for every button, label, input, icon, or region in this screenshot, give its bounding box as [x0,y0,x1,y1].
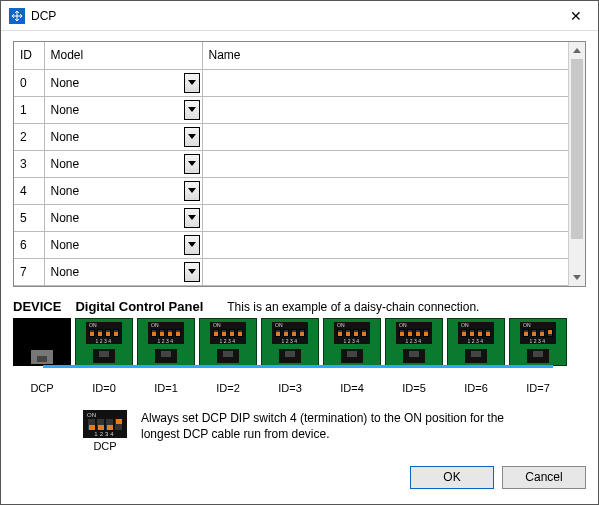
table-row: 7 None [14,258,585,285]
table-row: 5 None [14,204,585,231]
panel-id-label: ID=3 [261,382,319,394]
chevron-down-icon[interactable] [184,100,200,120]
dip-switch-icon: ON1234 [396,322,432,344]
model-value: None [51,130,80,144]
cell-id: 7 [14,258,44,285]
model-value: None [51,76,80,90]
chain-labels: DCP ID=0 ID=1 ID=2 ID=3 ID=4 ID=5 ID=6 I… [13,382,586,394]
dip-switch-icon: ON1234 [334,322,370,344]
dcp-panel: ON1234 [137,318,195,366]
table-row: 2 None [14,123,585,150]
cell-model-dropdown[interactable]: None [44,150,202,177]
cell-id: 0 [14,69,44,96]
scroll-thumb[interactable] [571,59,583,239]
cell-model-dropdown[interactable]: None [44,231,202,258]
cell-model-dropdown[interactable]: None [44,123,202,150]
model-value: None [51,211,80,225]
model-value: None [51,103,80,117]
cell-name-input[interactable] [202,150,585,177]
dip-switch-icon: ON1234 [210,322,246,344]
table-row: 3 None [14,150,585,177]
close-button[interactable]: ✕ [553,1,598,31]
col-header-model[interactable]: Model [44,42,202,69]
title-bar: DCP ✕ [1,1,598,31]
dip-switch-icon: ON1234 [272,322,308,344]
chevron-down-icon[interactable] [184,127,200,147]
cell-name-input[interactable] [202,69,585,96]
panel-id-label: ID=7 [509,382,567,394]
ethernet-port-icon [279,349,301,363]
dcp-panel: ON1234 [261,318,319,366]
cell-model-dropdown[interactable]: None [44,69,202,96]
cell-model-dropdown[interactable]: None [44,204,202,231]
dip-caption: DCP [83,440,127,452]
col-header-id[interactable]: ID [14,42,44,69]
dcp-table: ID Model Name 0 None 1 None 2 None [13,41,586,287]
cell-model-dropdown[interactable]: None [44,177,202,204]
note-text: Always set DCP DIP switch 4 (termination… [141,410,541,442]
table-row: 4 None [14,177,585,204]
ethernet-port-icon [403,349,425,363]
ethernet-port-icon [527,349,549,363]
cell-id: 2 [14,123,44,150]
dcp-panel: ON1234 [199,318,257,366]
cell-model-dropdown[interactable]: None [44,258,202,285]
cell-id: 3 [14,150,44,177]
col-header-name[interactable]: Name [202,42,585,69]
chevron-down-icon[interactable] [184,235,200,255]
panel-heading: Digital Control Panel [75,299,203,314]
table-row: 6 None [14,231,585,258]
scroll-up-icon[interactable] [569,42,585,59]
panel-id-label: ID=5 [385,382,443,394]
cell-name-input[interactable] [202,96,585,123]
dip-switch-icon: ON 1234 [83,410,127,438]
cell-id: 5 [14,204,44,231]
dcp-panel: ON1234 [323,318,381,366]
cell-name-input[interactable] [202,258,585,285]
model-value: None [51,265,80,279]
dip-switch-icon: ON1234 [520,322,556,344]
cell-name-input[interactable] [202,177,585,204]
model-value: None [51,238,80,252]
device-box [13,318,71,366]
window-title: DCP [31,9,553,23]
dip-switch-icon: ON1234 [458,322,494,344]
cell-name-input[interactable] [202,204,585,231]
model-value: None [51,184,80,198]
cell-id: 4 [14,177,44,204]
ethernet-port-icon [217,349,239,363]
chevron-down-icon[interactable] [184,181,200,201]
daisy-chain-diagram: ON1234 ON1234 ON1234 ON1234 ON1234 ON123… [13,318,586,380]
chevron-down-icon[interactable] [184,208,200,228]
vertical-scrollbar[interactable] [568,42,585,286]
table-row: 0 None [14,69,585,96]
dcp-panel: ON1234 [447,318,505,366]
chevron-down-icon[interactable] [184,154,200,174]
diagram-subtitle: This is an example of a daisy-chain conn… [227,300,479,314]
table-row: 1 None [14,96,585,123]
ethernet-port-icon [93,349,115,363]
ethernet-port-icon [155,349,177,363]
cell-name-input[interactable] [202,231,585,258]
ethernet-port-icon [341,349,363,363]
panel-id-label: ID=2 [199,382,257,394]
cell-name-input[interactable] [202,123,585,150]
model-value: None [51,157,80,171]
cell-model-dropdown[interactable]: None [44,96,202,123]
dip-switch-icon: ON1234 [148,322,184,344]
dcp-panel: ON1234 [509,318,567,366]
chevron-down-icon[interactable] [184,262,200,282]
dip-switch-icon: ON1234 [86,322,122,344]
ok-button[interactable]: OK [410,466,494,489]
chevron-down-icon[interactable] [184,73,200,93]
dcp-panel: ON1234 [385,318,443,366]
cancel-button[interactable]: Cancel [502,466,586,489]
scroll-down-icon[interactable] [569,269,585,286]
termination-note: ON 1234 DCP Always set DCP DIP switch 4 … [13,410,586,452]
ethernet-port-icon [465,349,487,363]
cell-id: 6 [14,231,44,258]
ethernet-port-icon [31,350,53,364]
dcp-panel: ON1234 [75,318,133,366]
panel-id-label: ID=1 [137,382,195,394]
app-icon [9,8,25,24]
